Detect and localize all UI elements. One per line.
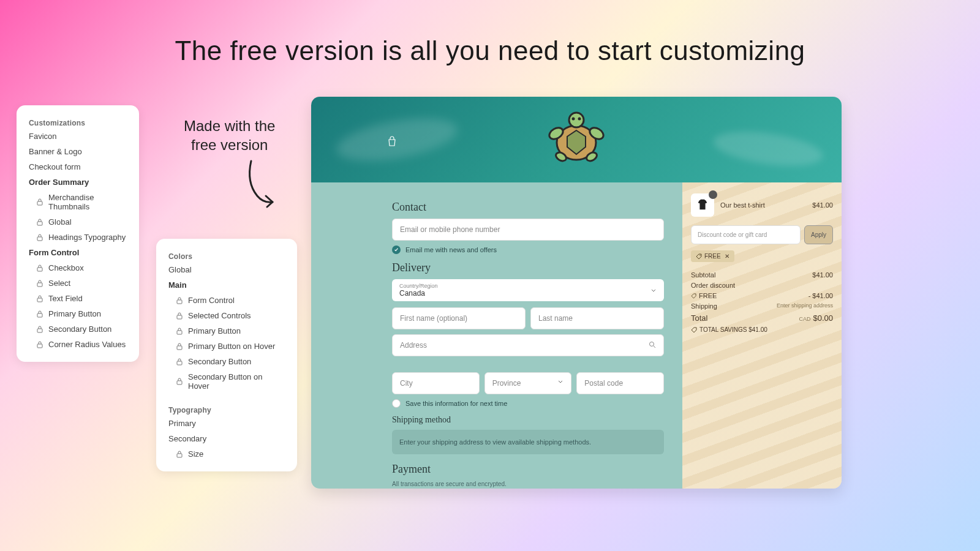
lock-icon [176, 378, 183, 385]
svg-rect-1 [37, 222, 42, 225]
svg-rect-9 [177, 300, 182, 304]
panel-header: Colors [162, 249, 291, 262]
sidebar-item[interactable]: Text Field [23, 291, 133, 306]
lock-icon [36, 264, 43, 272]
shipping-info: Enter your shipping address to view avai… [392, 430, 664, 454]
annotation: Made with the free version [184, 116, 275, 154]
sidebar-item[interactable]: Primary Button [162, 323, 291, 339]
lock-icon [176, 297, 183, 304]
news-checkbox[interactable]: Email me with news and offers [392, 246, 664, 254]
sidebar-item[interactable]: Primary [162, 416, 291, 431]
sidebar-item[interactable]: Select [23, 276, 133, 291]
email-field[interactable]: Email or mobile phone number [392, 219, 664, 241]
panel-header: Typography [162, 402, 291, 416]
chevron-down-icon [557, 379, 564, 385]
lock-icon [176, 343, 183, 350]
svg-rect-0 [37, 201, 42, 205]
section-form-control: Form Control [23, 245, 133, 260]
svg-rect-7 [37, 329, 42, 332]
order-summary: Our best t-shirt $41.00 Discount code or… [682, 182, 842, 489]
lock-icon [176, 328, 183, 335]
svg-point-19 [572, 118, 575, 121]
sidebar-item[interactable]: Headings Typography [23, 230, 133, 245]
close-icon[interactable]: ✕ [725, 253, 729, 260]
province-select[interactable]: Province [484, 372, 572, 394]
sidebar-item[interactable]: Checkbox [23, 260, 133, 276]
tag-icon [691, 327, 697, 333]
sidebar-item[interactable]: Corner Radius Values [23, 337, 133, 352]
svg-rect-5 [37, 298, 42, 302]
checkout-preview: Contact Email or mobile phone number Ema… [311, 97, 842, 489]
sidebar-item[interactable]: Primary Button on Hover [162, 339, 291, 354]
lock-icon [36, 341, 43, 348]
sidebar-item[interactable]: Size [162, 446, 291, 462]
payment-heading: Payment [392, 463, 664, 476]
product-thumbnail [691, 193, 714, 217]
sidebar-item[interactable]: Secondary Button [23, 321, 133, 337]
svg-rect-14 [177, 381, 182, 384]
section-main: Main [162, 277, 291, 293]
savings-row: TOTAL SAVINGS $41.00 [691, 326, 833, 333]
lock-icon [176, 451, 183, 458]
svg-rect-10 [177, 315, 182, 319]
product-name: Our best t-shirt [720, 201, 806, 209]
lock-icon [176, 312, 183, 320]
search-icon [649, 341, 656, 348]
last-name-field[interactable]: Last name [530, 307, 664, 329]
sidebar-item[interactable]: Checkout form [23, 159, 133, 174]
turtle-icon [543, 109, 610, 170]
banner [311, 97, 842, 182]
country-select[interactable]: Country/Region Canada [392, 279, 664, 301]
discount-badge[interactable]: FREE ✕ [691, 250, 734, 262]
sidebar-item[interactable]: Secondary Button [162, 354, 291, 369]
radio-icon [392, 399, 401, 408]
tag-icon [696, 253, 702, 260]
lock-icon [36, 219, 43, 226]
svg-rect-8 [37, 344, 42, 348]
lock-icon [36, 280, 43, 287]
lock-icon [36, 326, 43, 333]
apply-button[interactable]: Apply [804, 225, 833, 244]
svg-point-18 [569, 113, 584, 127]
sidebar-item[interactable]: Merchandise Thumbnails [23, 190, 133, 214]
product-price: $41.00 [812, 201, 833, 209]
sidebar-item[interactable]: Selected Controls [162, 308, 291, 323]
sidebar-item[interactable]: Favicon [23, 129, 133, 144]
lock-icon [36, 198, 43, 206]
svg-point-26 [699, 255, 701, 256]
sidebar-item[interactable]: Secondary [162, 431, 291, 446]
sidebar-item[interactable]: Global [162, 262, 291, 277]
svg-point-25 [650, 342, 654, 347]
shipping-heading: Shipping method [392, 415, 664, 425]
svg-rect-15 [177, 454, 182, 457]
delivery-heading: Delivery [392, 261, 664, 274]
address-field[interactable]: Address [392, 334, 664, 356]
svg-rect-11 [177, 331, 182, 334]
contact-heading: Contact [392, 201, 664, 214]
lock-icon [36, 295, 43, 302]
sidebar-item[interactable]: Banner & Logo [23, 144, 133, 159]
svg-rect-3 [37, 268, 42, 271]
arrow-icon [239, 158, 282, 213]
sidebar-item[interactable]: Secondary Button on Hover [162, 369, 291, 394]
tshirt-icon [696, 198, 709, 212]
tag-icon [691, 293, 696, 299]
discount-input[interactable]: Discount code or gift card [691, 225, 801, 244]
save-info-checkbox[interactable]: Save this information for next time [392, 399, 664, 408]
city-field[interactable]: City [392, 372, 480, 394]
customizations-panel: Customizations Favicon Banner & Logo Che… [17, 105, 139, 362]
svg-rect-13 [177, 361, 182, 365]
first-name-field[interactable]: First name (optional) [392, 307, 526, 329]
postal-field[interactable]: Postal code [576, 372, 664, 394]
colors-panel: Colors Global Main Form Control Selected… [156, 239, 297, 471]
svg-point-20 [578, 118, 581, 121]
svg-rect-2 [37, 237, 42, 241]
sidebar-item[interactable]: Primary Button [23, 306, 133, 321]
svg-rect-6 [37, 313, 42, 317]
svg-rect-4 [37, 283, 42, 287]
panel-header: Customizations [23, 115, 133, 129]
sidebar-item[interactable]: Global [23, 214, 133, 230]
lock-icon [36, 310, 43, 318]
sidebar-item[interactable]: Form Control [162, 293, 291, 308]
payment-note: All transactions are secure and encrypte… [392, 481, 664, 487]
